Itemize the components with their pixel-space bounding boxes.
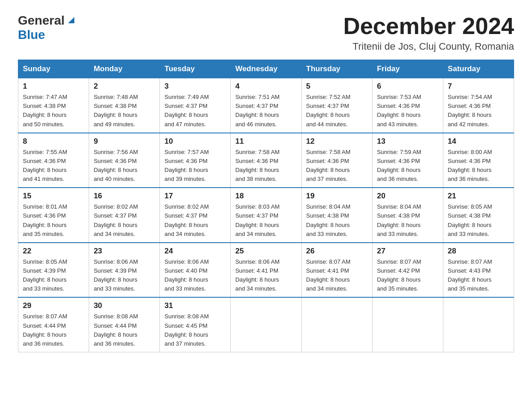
calendar-cell: 30Sunrise: 8:08 AMSunset: 4:44 PMDayligh… xyxy=(89,297,160,352)
calendar-cell: 1Sunrise: 7:47 AMSunset: 4:38 PMDaylight… xyxy=(18,78,89,133)
logo: General Blue xyxy=(18,13,76,42)
calendar-cell: 17Sunrise: 8:02 AMSunset: 4:37 PMDayligh… xyxy=(160,188,231,243)
day-info: Sunrise: 8:04 AMSunset: 4:38 PMDaylight:… xyxy=(377,202,438,239)
calendar-cell: 6Sunrise: 7:53 AMSunset: 4:36 PMDaylight… xyxy=(372,78,443,133)
day-number: 21 xyxy=(448,192,509,201)
day-info: Sunrise: 8:05 AMSunset: 4:38 PMDaylight:… xyxy=(448,202,509,239)
logo-triangle-icon xyxy=(66,15,76,26)
page-header: General Blue December 2024 Tritenii de J… xyxy=(18,13,514,52)
day-info: Sunrise: 8:06 AMSunset: 4:41 PMDaylight:… xyxy=(235,257,296,294)
day-info: Sunrise: 7:47 AMSunset: 4:38 PMDaylight:… xyxy=(23,93,84,129)
weekday-header-saturday: Saturday xyxy=(443,60,514,78)
day-info: Sunrise: 8:08 AMSunset: 4:45 PMDaylight:… xyxy=(164,312,226,348)
calendar-cell: 11Sunrise: 7:58 AMSunset: 4:36 PMDayligh… xyxy=(231,133,301,188)
day-info: Sunrise: 7:52 AMSunset: 4:37 PMDaylight:… xyxy=(306,93,368,129)
day-info: Sunrise: 8:00 AMSunset: 4:36 PMDaylight:… xyxy=(448,148,509,184)
day-number: 16 xyxy=(94,192,155,201)
day-number: 5 xyxy=(306,82,368,91)
calendar-cell: 12Sunrise: 7:58 AMSunset: 4:36 PMDayligh… xyxy=(301,133,372,188)
day-number: 4 xyxy=(235,82,296,91)
calendar-cell: 5Sunrise: 7:52 AMSunset: 4:37 PMDaylight… xyxy=(301,78,372,133)
day-number: 2 xyxy=(94,82,155,91)
calendar-cell: 2Sunrise: 7:48 AMSunset: 4:38 PMDaylight… xyxy=(89,78,160,133)
day-number: 20 xyxy=(377,192,438,201)
weekday-header-tuesday: Tuesday xyxy=(160,60,231,78)
calendar-cell: 28Sunrise: 8:07 AMSunset: 4:43 PMDayligh… xyxy=(443,243,514,298)
weekday-header-friday: Friday xyxy=(372,60,443,78)
day-number: 7 xyxy=(448,82,509,91)
day-info: Sunrise: 8:06 AMSunset: 4:40 PMDaylight:… xyxy=(164,257,226,294)
day-number: 17 xyxy=(164,192,226,201)
day-number: 26 xyxy=(306,247,368,256)
day-info: Sunrise: 8:06 AMSunset: 4:39 PMDaylight:… xyxy=(94,257,155,294)
calendar-cell: 4Sunrise: 7:51 AMSunset: 4:37 PMDaylight… xyxy=(231,78,301,133)
calendar-cell: 26Sunrise: 8:07 AMSunset: 4:41 PMDayligh… xyxy=(301,243,372,298)
day-info: Sunrise: 8:05 AMSunset: 4:39 PMDaylight:… xyxy=(23,257,84,294)
calendar-cell: 22Sunrise: 8:05 AMSunset: 4:39 PMDayligh… xyxy=(18,243,89,298)
calendar-week-row: 22Sunrise: 8:05 AMSunset: 4:39 PMDayligh… xyxy=(18,243,514,298)
calendar-cell: 10Sunrise: 7:57 AMSunset: 4:36 PMDayligh… xyxy=(160,133,231,188)
day-info: Sunrise: 8:02 AMSunset: 4:37 PMDaylight:… xyxy=(94,202,155,239)
calendar-cell: 25Sunrise: 8:06 AMSunset: 4:41 PMDayligh… xyxy=(231,243,301,298)
day-number: 27 xyxy=(377,247,438,256)
calendar-cell: 14Sunrise: 8:00 AMSunset: 4:36 PMDayligh… xyxy=(443,133,514,188)
day-info: Sunrise: 7:58 AMSunset: 4:36 PMDaylight:… xyxy=(306,148,368,184)
day-number: 11 xyxy=(235,137,296,146)
calendar-cell: 31Sunrise: 8:08 AMSunset: 4:45 PMDayligh… xyxy=(160,297,231,352)
day-number: 12 xyxy=(306,137,368,146)
day-number: 13 xyxy=(377,137,438,146)
calendar-cell: 8Sunrise: 7:55 AMSunset: 4:36 PMDaylight… xyxy=(18,133,89,188)
calendar-cell: 21Sunrise: 8:05 AMSunset: 4:38 PMDayligh… xyxy=(443,188,514,243)
day-info: Sunrise: 8:04 AMSunset: 4:38 PMDaylight:… xyxy=(306,202,368,239)
day-number: 6 xyxy=(377,82,438,91)
calendar-cell xyxy=(231,297,301,352)
weekday-header-thursday: Thursday xyxy=(301,60,372,78)
day-number: 18 xyxy=(235,192,296,201)
calendar-cell: 23Sunrise: 8:06 AMSunset: 4:39 PMDayligh… xyxy=(89,243,160,298)
day-info: Sunrise: 8:07 AMSunset: 4:42 PMDaylight:… xyxy=(377,257,438,294)
svg-marker-0 xyxy=(68,17,74,23)
calendar-cell: 9Sunrise: 7:56 AMSunset: 4:36 PMDaylight… xyxy=(89,133,160,188)
weekday-header-monday: Monday xyxy=(89,60,160,78)
day-info: Sunrise: 8:03 AMSunset: 4:37 PMDaylight:… xyxy=(235,202,296,239)
day-info: Sunrise: 7:58 AMSunset: 4:36 PMDaylight:… xyxy=(235,148,296,184)
calendar-cell: 16Sunrise: 8:02 AMSunset: 4:37 PMDayligh… xyxy=(89,188,160,243)
day-info: Sunrise: 8:08 AMSunset: 4:44 PMDaylight:… xyxy=(94,312,155,348)
day-info: Sunrise: 8:01 AMSunset: 4:36 PMDaylight:… xyxy=(23,202,84,239)
calendar-cell: 27Sunrise: 8:07 AMSunset: 4:42 PMDayligh… xyxy=(372,243,443,298)
day-info: Sunrise: 7:49 AMSunset: 4:37 PMDaylight:… xyxy=(164,93,226,129)
calendar-cell: 18Sunrise: 8:03 AMSunset: 4:37 PMDayligh… xyxy=(231,188,301,243)
calendar-week-row: 1Sunrise: 7:47 AMSunset: 4:38 PMDaylight… xyxy=(18,78,514,133)
day-info: Sunrise: 7:57 AMSunset: 4:36 PMDaylight:… xyxy=(164,148,226,184)
calendar-week-row: 29Sunrise: 8:07 AMSunset: 4:44 PMDayligh… xyxy=(18,297,514,352)
day-info: Sunrise: 8:07 AMSunset: 4:41 PMDaylight:… xyxy=(306,257,368,294)
calendar-cell: 19Sunrise: 8:04 AMSunset: 4:38 PMDayligh… xyxy=(301,188,372,243)
day-number: 23 xyxy=(94,247,155,256)
day-info: Sunrise: 7:51 AMSunset: 4:37 PMDaylight:… xyxy=(235,93,296,129)
calendar-cell xyxy=(443,297,514,352)
day-info: Sunrise: 7:59 AMSunset: 4:36 PMDaylight:… xyxy=(377,148,438,184)
calendar-table: SundayMondayTuesdayWednesdayThursdayFrid… xyxy=(18,60,514,352)
day-number: 31 xyxy=(164,301,226,310)
calendar-cell: 3Sunrise: 7:49 AMSunset: 4:37 PMDaylight… xyxy=(160,78,231,133)
day-number: 24 xyxy=(164,247,226,256)
day-number: 3 xyxy=(164,82,226,91)
weekday-header-wednesday: Wednesday xyxy=(231,60,301,78)
calendar-cell: 7Sunrise: 7:54 AMSunset: 4:36 PMDaylight… xyxy=(443,78,514,133)
day-number: 30 xyxy=(94,301,155,310)
calendar-cell: 20Sunrise: 8:04 AMSunset: 4:38 PMDayligh… xyxy=(372,188,443,243)
day-info: Sunrise: 8:02 AMSunset: 4:37 PMDaylight:… xyxy=(164,202,226,239)
calendar-week-row: 8Sunrise: 7:55 AMSunset: 4:36 PMDaylight… xyxy=(18,133,514,188)
day-number: 14 xyxy=(448,137,509,146)
calendar-cell xyxy=(301,297,372,352)
calendar-cell: 13Sunrise: 7:59 AMSunset: 4:36 PMDayligh… xyxy=(372,133,443,188)
logo-general: General xyxy=(18,13,64,28)
calendar-cell: 24Sunrise: 8:06 AMSunset: 4:40 PMDayligh… xyxy=(160,243,231,298)
day-number: 8 xyxy=(23,137,84,146)
day-number: 28 xyxy=(448,247,509,256)
day-number: 29 xyxy=(23,301,84,310)
day-info: Sunrise: 7:54 AMSunset: 4:36 PMDaylight:… xyxy=(448,93,509,129)
day-info: Sunrise: 7:53 AMSunset: 4:36 PMDaylight:… xyxy=(377,93,438,129)
day-info: Sunrise: 8:07 AMSunset: 4:44 PMDaylight:… xyxy=(23,312,84,348)
location-title: Tritenii de Jos, Cluj County, Romania xyxy=(343,41,514,52)
